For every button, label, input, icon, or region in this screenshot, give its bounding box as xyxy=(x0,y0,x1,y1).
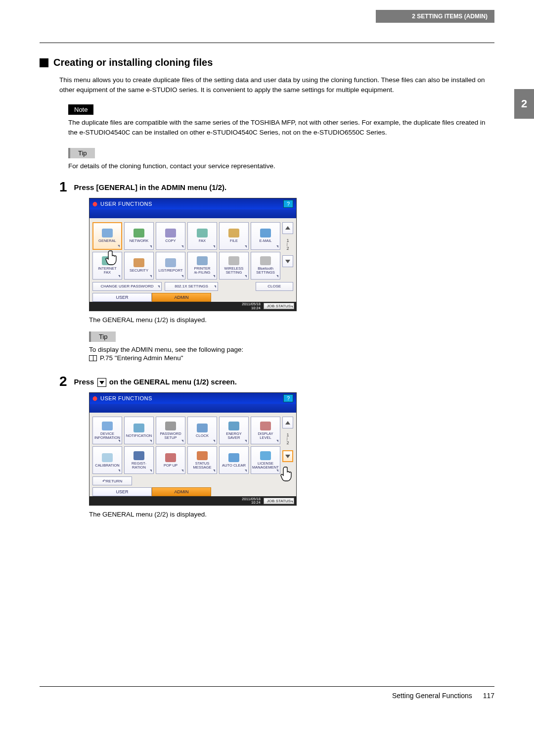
tip2-ref: P.75 "Entering Admin Menu" xyxy=(89,354,494,362)
menu-icon-pop-up[interactable]: POP UP xyxy=(156,446,185,474)
step-2: 2 Press on the GENERAL menu (1/2) screen… xyxy=(59,375,494,388)
submenu-indicator-icon xyxy=(150,440,152,442)
menu-icon-file[interactable]: FILE xyxy=(219,222,249,250)
8021x-settings-button[interactable]: 802.1X SETTINGS xyxy=(165,282,218,291)
menu-icon-license-management[interactable]: LICENSE MANAGEMENT xyxy=(251,446,280,474)
job-status-button[interactable]: JOB STATUS xyxy=(264,498,294,504)
menu-icon-copy[interactable]: COPY xyxy=(156,222,185,250)
menu-glyph-icon xyxy=(134,424,144,432)
menu-icon-printer-e-filing[interactable]: PRINTER /e-FILING xyxy=(187,252,217,280)
menu-icon-label: E-MAIL xyxy=(259,239,271,243)
page-indicator: 1⁄2 xyxy=(286,430,289,449)
step-number: 1 xyxy=(59,180,67,194)
menu-icon-internet-fax[interactable]: INTERNET FAX xyxy=(92,252,122,280)
menu-icon-label: PASSWORD SETUP xyxy=(160,432,181,440)
tab-user[interactable]: USER xyxy=(92,487,152,496)
tab-admin[interactable]: ADMIN xyxy=(152,293,211,302)
submenu-indicator-icon xyxy=(150,245,152,248)
menu-glyph-icon xyxy=(165,229,176,237)
menu-icon-label: NOTIFICATION xyxy=(126,434,152,438)
menu-icon-label: FAX xyxy=(199,239,206,243)
panel-subbar xyxy=(89,209,296,218)
menu-icon-password-setup[interactable]: PASSWORD SETUP xyxy=(156,417,185,444)
step2-result: The GENERAL menu (2/2) is displayed. xyxy=(89,511,494,518)
menu-glyph-icon xyxy=(102,229,113,237)
submenu-indicator-icon xyxy=(118,275,120,278)
menu-glyph-icon xyxy=(197,229,208,237)
menu-glyph-icon xyxy=(197,451,208,460)
submenu-indicator-icon xyxy=(276,440,278,442)
menu-icon-label: STATUS MESSAGE xyxy=(193,462,211,470)
menu-icon-label: CLOCK xyxy=(196,434,209,438)
tab-user[interactable]: USER xyxy=(92,293,152,302)
menu-icon-label: NETWORK xyxy=(130,239,148,243)
help-button[interactable]: ? xyxy=(283,200,293,208)
menu-icon-network[interactable]: NETWORK xyxy=(124,222,154,250)
page-down-button[interactable] xyxy=(282,450,293,462)
footer-chapter: Setting General Functions xyxy=(392,692,472,700)
menu-icon-general[interactable]: GENERAL xyxy=(92,222,122,250)
page-up-button[interactable] xyxy=(282,222,293,234)
section-title: Creating or installing cloning files xyxy=(40,57,494,68)
tab-admin[interactable]: ADMIN xyxy=(152,487,211,496)
tip2-ref-text: P.75 "Entering Admin Menu" xyxy=(100,354,183,362)
menu-glyph-icon xyxy=(260,256,271,265)
job-status-button[interactable]: JOB STATUS xyxy=(264,303,294,309)
menu-icon-fax[interactable]: FAX xyxy=(187,222,217,250)
menu-glyph-icon xyxy=(165,258,176,267)
menu-icon-calibration[interactable]: CALIBRATION xyxy=(92,446,122,474)
chapter-tab: 2 xyxy=(514,89,534,119)
step-title: Press on the GENERAL menu (1/2) screen. xyxy=(74,375,237,388)
down-arrow-icon xyxy=(97,378,106,387)
status-datetime: 2011/05/1810:24 xyxy=(242,302,261,310)
menu-icon-label: POP UP xyxy=(164,464,178,468)
tip-body: For details of the cloning function, con… xyxy=(68,161,494,171)
menu-icon-device-information[interactable]: DEVICE INFORMATION xyxy=(92,417,122,444)
submenu-indicator-icon xyxy=(118,470,120,472)
section-title-text: Creating or installing cloning files xyxy=(53,57,213,68)
menu-icon-label: INTERNET FAX xyxy=(98,267,117,275)
footer-page: 117 xyxy=(483,692,494,700)
menu-icon-auto-clear[interactable]: AUTO CLEAR xyxy=(219,446,249,474)
menu-icon-wireless-setting[interactable]: WIRELESS SETTING xyxy=(219,252,249,280)
close-button[interactable]: CLOSE xyxy=(256,282,293,291)
submenu-indicator-icon xyxy=(118,245,120,247)
toshiba-logo-icon: ⬤ xyxy=(92,396,97,401)
submenu-indicator-icon xyxy=(245,275,247,278)
menu-icon-display-level[interactable]: DISPLAY LEVEL xyxy=(251,417,280,444)
menu-icon-energy-saver[interactable]: ENERGY SAVER xyxy=(219,417,249,444)
change-password-button[interactable]: CHANGE USER PASSWORD xyxy=(92,282,162,291)
menu-icon-clock[interactable]: CLOCK xyxy=(187,417,217,444)
menu-icon-status-message[interactable]: STATUS MESSAGE xyxy=(187,446,217,474)
tip-label: Tip xyxy=(68,148,95,158)
menu-icon-label: LIST/REPORT xyxy=(158,269,182,273)
page-down-button[interactable] xyxy=(282,255,293,267)
menu-glyph-icon xyxy=(228,453,239,462)
panel-title: USER FUNCTIONS xyxy=(100,201,152,207)
menu-glyph-icon xyxy=(197,424,208,432)
square-bullet-icon xyxy=(40,58,48,67)
submenu-indicator-icon xyxy=(245,470,247,472)
tip-label: Tip xyxy=(89,331,116,342)
menu-glyph-icon xyxy=(134,229,144,237)
menu-icon-e-mail[interactable]: E-MAIL xyxy=(251,222,280,250)
submenu-indicator-icon xyxy=(150,275,152,278)
menu-icon-label: DEVICE INFORMATION xyxy=(94,432,120,440)
panel-title: USER FUNCTIONS xyxy=(100,395,152,401)
menu-icon-label: GENERAL xyxy=(98,239,116,243)
note-label: Note xyxy=(68,104,93,115)
menu-icon-security[interactable]: SECURITY xyxy=(124,252,154,280)
menu-icon-label: ENERGY SAVER xyxy=(226,432,242,440)
header-breadcrumb: 2 SETTING ITEMS (ADMIN) xyxy=(376,10,494,23)
menu-icon-list-report[interactable]: LIST/REPORT xyxy=(156,252,185,280)
menu-icon-label: COPY xyxy=(165,239,176,243)
menu-icon-notification[interactable]: NOTIFICATION xyxy=(124,417,154,444)
menu-icon-label: PRINTER /e-FILING xyxy=(194,267,211,275)
page-up-button[interactable] xyxy=(282,417,293,428)
return-button[interactable]: ↶ RETURN xyxy=(92,476,132,485)
menu-icon-bluetooth-settings[interactable]: Bluetooth SETTINGS xyxy=(251,252,280,280)
menu-icon-regist-ration[interactable]: REGIST- RATION xyxy=(124,446,154,474)
submenu-indicator-icon xyxy=(245,245,247,248)
help-button[interactable]: ? xyxy=(283,394,293,402)
submenu-indicator-icon xyxy=(213,470,215,472)
